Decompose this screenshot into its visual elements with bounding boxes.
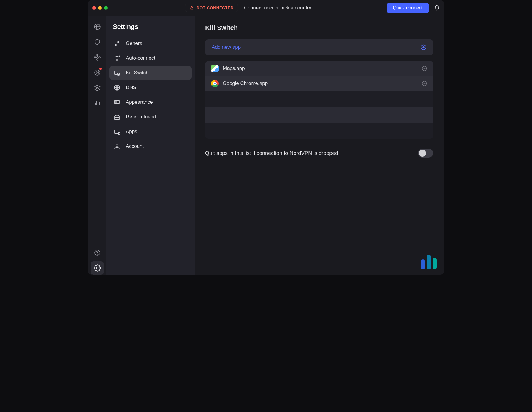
help-icon	[94, 249, 101, 256]
empty-row	[205, 123, 433, 139]
wifi-icon	[113, 55, 121, 62]
empty-row	[205, 91, 433, 107]
sidebar-item-kill-switch[interactable]: Kill Switch	[109, 66, 192, 80]
svg-point-5	[97, 54, 98, 56]
svg-point-7	[95, 70, 100, 75]
rail-stack[interactable]	[91, 81, 104, 95]
sidebar-title: Settings	[113, 23, 188, 31]
app-window: NOT CONNECTED Connect now or pick a coun…	[88, 0, 444, 275]
rail-help[interactable]	[91, 246, 104, 259]
connection-status: NOT CONNECTED	[185, 4, 238, 12]
lock-icon	[190, 6, 194, 10]
notifications-icon[interactable]	[434, 5, 440, 11]
sidebar-item-label: General	[126, 41, 143, 46]
brand-mark-icon	[421, 255, 437, 269]
page-title: Kill Switch	[205, 24, 433, 32]
svg-point-13	[118, 41, 119, 43]
add-new-app-label: Add new app	[212, 44, 241, 50]
empty-row	[205, 107, 433, 123]
killswitch-icon	[113, 69, 121, 76]
titlebar-title[interactable]: Connect now or pick a country	[244, 5, 311, 11]
gift-icon	[113, 113, 121, 120]
minimize-window-icon[interactable]	[98, 6, 102, 10]
sidebar-item-account[interactable]: Account	[109, 139, 192, 153]
svg-point-12	[96, 267, 98, 269]
svg-rect-21	[115, 100, 117, 104]
window-controls[interactable]	[92, 6, 108, 10]
title-center: NOT CONNECTED Connect now or pick a coun…	[114, 4, 382, 12]
svg-point-8	[96, 71, 99, 74]
rail-stats[interactable]	[91, 96, 104, 110]
svg-rect-0	[190, 8, 193, 9]
appearance-icon	[113, 99, 121, 106]
quick-connect-button[interactable]: Quick connect	[387, 3, 429, 13]
nav-rail	[88, 16, 106, 275]
rail-threat-protection[interactable]	[91, 66, 104, 79]
plus-circle-icon	[420, 44, 427, 51]
svg-point-25	[116, 144, 118, 146]
svg-point-3	[94, 57, 96, 58]
radar-icon	[94, 69, 101, 76]
mesh-icon	[94, 54, 101, 61]
svg-point-11	[97, 254, 98, 254]
toggle-knob	[419, 150, 426, 157]
sidebar-item-auto-connect[interactable]: Auto-connect	[109, 51, 192, 65]
notification-badge-icon	[99, 68, 102, 70]
sidebar-item-apps[interactable]: Apps	[109, 125, 192, 139]
kill-switch-toggle-row: Quit apps in this list if connection to …	[205, 149, 433, 158]
add-new-app-button[interactable]: Add new app	[205, 39, 433, 55]
remove-app-button[interactable]	[421, 81, 427, 86]
settings-sidebar: Settings General Auto-connect Kill Switc…	[106, 16, 195, 275]
app-name: Google Chrome.app	[223, 81, 417, 86]
toggle-description: Quit apps in this list if connection to …	[205, 150, 338, 156]
sidebar-item-label: Account	[126, 143, 144, 149]
svg-rect-23	[114, 130, 119, 133]
app-name: Maps.app	[223, 66, 417, 71]
svg-point-15	[117, 60, 118, 61]
svg-rect-16	[114, 71, 119, 74]
svg-point-2	[97, 57, 98, 58]
titlebar-actions: Quick connect	[387, 3, 440, 13]
minus-circle-icon	[421, 81, 427, 86]
main-content: Kill Switch Add new app Maps.app G	[195, 16, 444, 275]
kill-switch-toggle[interactable]	[418, 149, 433, 158]
maps-app-icon	[211, 65, 219, 72]
svg-point-4	[99, 57, 100, 58]
sidebar-item-dns[interactable]: DNS DNS	[109, 81, 192, 95]
rail-globe[interactable]	[91, 20, 104, 34]
svg-text:DNS: DNS	[115, 87, 119, 89]
sidebar-item-label: Auto-connect	[126, 55, 155, 61]
svg-point-6	[97, 59, 98, 60]
body: Settings General Auto-connect Kill Switc…	[88, 16, 444, 275]
gear-icon	[94, 264, 101, 272]
stats-icon	[94, 100, 101, 107]
chrome-app-icon	[211, 80, 219, 87]
remove-app-button[interactable]	[421, 66, 427, 71]
close-window-icon[interactable]	[92, 6, 96, 10]
sidebar-item-general[interactable]: General	[109, 36, 192, 51]
minus-circle-icon	[421, 66, 427, 71]
app-row: Google Chrome.app	[205, 76, 433, 91]
stack-icon	[94, 84, 101, 91]
sidebar-item-appearance[interactable]: Appearance	[109, 95, 192, 109]
rail-meshnet[interactable]	[91, 51, 104, 64]
rail-shield[interactable]	[91, 35, 104, 49]
connection-status-label: NOT CONNECTED	[197, 6, 234, 10]
svg-point-14	[115, 44, 116, 46]
sidebar-item-label: Appearance	[126, 99, 153, 105]
sliders-icon	[113, 40, 121, 47]
sidebar-item-label: Refer a friend	[126, 114, 156, 120]
kill-switch-app-list: Maps.app Google Chrome.app	[205, 61, 433, 139]
titlebar: NOT CONNECTED Connect now or pick a coun…	[88, 0, 444, 16]
sidebar-item-label: DNS	[126, 85, 136, 91]
dns-icon: DNS	[113, 84, 121, 91]
sidebar-item-refer[interactable]: Refer a friend	[109, 110, 192, 124]
app-row: Maps.app	[205, 61, 433, 76]
sidebar-item-label: Apps	[126, 129, 137, 135]
svg-point-9	[97, 72, 98, 73]
globe-icon	[93, 23, 101, 31]
apps-icon	[113, 128, 121, 135]
account-icon	[113, 143, 121, 150]
zoom-window-icon[interactable]	[104, 6, 108, 10]
rail-settings[interactable]	[91, 261, 104, 275]
